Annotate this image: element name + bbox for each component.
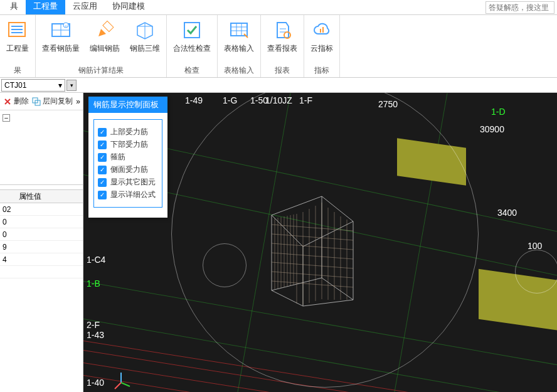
property-row[interactable]: 4: [0, 253, 83, 266]
chevron-down-icon: ▾: [70, 82, 73, 88]
ribbon-validate[interactable]: 合法性检查: [168, 18, 216, 64]
svg-text:+: +: [65, 24, 67, 28]
checkbox-icon: ✓: [98, 140, 107, 149]
check-icon: [181, 19, 203, 41]
property-row[interactable]: [0, 266, 83, 278]
cloud-icon: [310, 19, 333, 41]
pencil-icon: [93, 19, 116, 41]
ribbon-quantity[interactable]: 工程量: [1, 18, 34, 64]
tree: –: [0, 110, 83, 124]
tab-bar: 具 工程量 云应用 协同建模: [0, 0, 557, 15]
axis-label: 2-F: [87, 320, 100, 330]
svg-line-48: [272, 253, 353, 259]
check-bottom-rebar[interactable]: ✓下部受力筋: [98, 139, 158, 150]
axis-label: 2750: [378, 99, 398, 109]
axis-gizmo[interactable]: [114, 371, 132, 390]
report-icon: [271, 19, 294, 41]
ribbon-group-title: 报表: [262, 64, 302, 77]
check-detail-formula[interactable]: ✓显示详细公式: [98, 189, 158, 200]
ribbon-table-input[interactable]: 表格输入: [219, 18, 259, 64]
check-top-rebar[interactable]: ✓上部受力筋: [98, 127, 158, 137]
list-icon: [6, 19, 29, 41]
svg-rect-12: [184, 23, 199, 38]
left-toolbar: 删除 层间复制 »: [0, 93, 83, 110]
grid3d-icon: [134, 19, 156, 41]
axis-label: 1-40: [87, 378, 104, 388]
svg-rect-9: [103, 21, 114, 32]
search-box: [485, 1, 554, 14]
axis-label: 1-49: [185, 95, 203, 105]
svg-line-50: [272, 272, 353, 278]
chevron-down-icon: ▾: [58, 81, 62, 90]
svg-line-54: [115, 383, 121, 389]
check-stirrup[interactable]: ✓箍筋: [98, 152, 158, 162]
property-row[interactable]: 0: [0, 216, 83, 228]
tab-tool[interactable]: 具: [3, 0, 26, 14]
orbit-handle[interactable]: [203, 243, 247, 287]
ribbon-rebar-3d[interactable]: 钢筋三维: [125, 18, 165, 64]
ribbon-group-title: 钢筋计算结果: [37, 64, 165, 77]
ribbon-group-title: 果: [1, 64, 34, 77]
delete-button[interactable]: 删除: [3, 96, 29, 107]
axis-label: 1-D: [491, 107, 506, 117]
checkbox-icon: ✓: [98, 153, 107, 162]
sub-toolbar: CTJ01 ▾ ▾: [0, 78, 557, 93]
axis-label: 1-G: [223, 95, 237, 105]
axis-label: 1-B: [87, 278, 100, 289]
ribbon-group-title: 检查: [168, 64, 216, 77]
tab-quantity[interactable]: 工程量: [26, 0, 65, 14]
checkbox-icon: ✓: [98, 178, 107, 187]
axis-label: 1-F: [299, 95, 312, 105]
svg-line-46: [272, 234, 353, 240]
svg-line-51: [272, 281, 353, 287]
axis-label: 3400: [497, 208, 517, 218]
delete-icon: [3, 97, 13, 107]
svg-line-47: [272, 243, 353, 250]
expand-icon[interactable]: –: [3, 114, 10, 122]
property-rows: 02 0 0 9 4: [0, 203, 83, 278]
check-side-rebar[interactable]: ✓侧面受力筋: [98, 164, 158, 175]
orbit-handle[interactable]: [515, 250, 557, 294]
layer-copy-button[interactable]: 层间复制: [31, 96, 73, 107]
axis-label: 1/10JZ: [265, 95, 292, 105]
check-other-elements[interactable]: ✓显示其它图元: [98, 177, 158, 188]
axis-label: 1-43: [87, 330, 104, 340]
axis-label: 1-C4: [87, 255, 105, 265]
checkbox-icon: ✓: [98, 128, 107, 137]
axis-label: 100: [528, 241, 542, 251]
left-panel: 删除 层间复制 » – 属性值 02 0 0 9 4: [0, 93, 83, 392]
rebar-display-panel[interactable]: 钢筋显示控制面板 ✓上部受力筋 ✓下部受力筋 ✓箍筋 ✓侧面受力筋 ✓显示其它图…: [88, 97, 167, 218]
rebar-cage: [259, 190, 359, 309]
axis-label: 30900: [480, 124, 504, 134]
svg-line-49: [272, 262, 353, 268]
search-input[interactable]: [485, 1, 554, 14]
tree-row[interactable]: –: [3, 113, 80, 122]
property-row[interactable]: 9: [0, 241, 83, 253]
table-icon: [228, 19, 250, 41]
property-header: 属性值: [0, 189, 83, 203]
svg-rect-21: [320, 29, 321, 33]
svg-rect-22: [322, 27, 324, 33]
ribbon: 工程量 果 + 查看钢筋量 编辑钢筋 钢筋三维: [0, 15, 557, 78]
ribbon-group-title: 指标: [305, 64, 338, 77]
panel-title: 钢筋显示控制面板: [88, 97, 167, 113]
checkbox-icon: ✓: [98, 166, 107, 174]
dropdown-extra[interactable]: ▾: [66, 80, 77, 91]
ribbon-cloud-index[interactable]: 云指标: [305, 18, 338, 64]
property-row[interactable]: 0: [0, 228, 83, 241]
copy-icon: [31, 97, 41, 107]
ribbon-group-title: 表格输入: [219, 64, 259, 77]
grid-icon: +: [50, 19, 72, 41]
property-row[interactable]: 02: [0, 203, 83, 216]
tab-collab[interactable]: 协同建模: [105, 0, 152, 14]
svg-line-53: [121, 383, 130, 386]
ribbon-edit-rebar[interactable]: 编辑钢筋: [85, 18, 125, 64]
dropdown-value: CTJ01: [4, 81, 26, 90]
checkbox-icon: ✓: [98, 191, 107, 199]
tab-cloud[interactable]: 云应用: [65, 0, 105, 14]
element-dropdown[interactable]: CTJ01 ▾: [1, 79, 65, 92]
chevron-right-icon[interactable]: »: [76, 97, 80, 106]
viewport-3d[interactable]: 钢筋显示控制面板 ✓上部受力筋 ✓下部受力筋 ✓箍筋 ✓侧面受力筋 ✓显示其它图…: [83, 93, 557, 392]
ribbon-view-rebar[interactable]: + 查看钢筋量: [37, 18, 85, 64]
ribbon-view-report[interactable]: 查看报表: [262, 18, 302, 64]
